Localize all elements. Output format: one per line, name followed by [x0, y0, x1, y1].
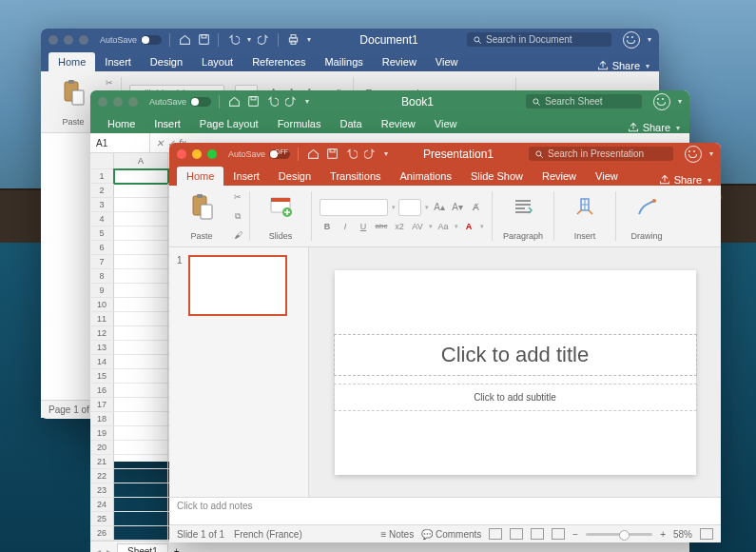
- tab-review[interactable]: Review: [372, 114, 425, 133]
- zoom-level[interactable]: 58%: [673, 529, 692, 540]
- share-button[interactable]: Share▾: [659, 174, 711, 186]
- zoom-out-button[interactable]: −: [572, 529, 578, 540]
- tab-page-layout[interactable]: Page Layout: [190, 114, 268, 133]
- clear-format-icon[interactable]: A̸: [468, 200, 483, 215]
- share-button[interactable]: Share▾: [597, 60, 649, 71]
- home-icon[interactable]: [178, 33, 191, 47]
- tab-view[interactable]: View: [426, 52, 468, 71]
- row-header[interactable]: 10: [90, 298, 114, 312]
- fit-window-icon[interactable]: [700, 528, 713, 540]
- cell[interactable]: [114, 355, 168, 369]
- normal-view-icon[interactable]: [489, 528, 502, 540]
- subtitle-placeholder[interactable]: Click to add subtitle: [334, 384, 697, 411]
- tab-view[interactable]: View: [425, 114, 467, 133]
- tab-home[interactable]: Home: [98, 114, 145, 133]
- feedback-icon[interactable]: [623, 31, 640, 49]
- cut-icon[interactable]: ✂: [102, 75, 117, 90]
- zoom-slider[interactable]: [586, 533, 652, 536]
- cell[interactable]: [114, 498, 168, 512]
- excel-titlebar[interactable]: AutoSave ▾ Book1 Search Sheet ▾: [90, 90, 689, 112]
- add-sheet-button[interactable]: +: [174, 546, 180, 553]
- cell[interactable]: [114, 198, 168, 212]
- share-button[interactable]: Share▾: [628, 122, 680, 133]
- format-painter-icon[interactable]: 🖌: [230, 227, 245, 243]
- insert-button[interactable]: [572, 191, 598, 222]
- comments-toggle[interactable]: 💬 Comments: [421, 529, 481, 540]
- change-case-icon[interactable]: Aa: [436, 219, 451, 234]
- tab-references[interactable]: References: [242, 52, 315, 71]
- title-placeholder[interactable]: Click to add title: [334, 334, 697, 376]
- cell[interactable]: [114, 326, 168, 341]
- cell[interactable]: [114, 312, 168, 326]
- autosave-toggle[interactable]: AutoSave: [100, 35, 162, 45]
- tab-design[interactable]: Design: [141, 52, 192, 71]
- sheet-tab[interactable]: Sheet1: [117, 543, 168, 552]
- name-box[interactable]: A1: [90, 133, 150, 152]
- undo-icon[interactable]: [226, 33, 240, 47]
- tab-mailings[interactable]: Mailings: [315, 52, 372, 71]
- redo-icon[interactable]: [363, 148, 377, 161]
- save-icon[interactable]: [246, 95, 260, 108]
- row-header[interactable]: 11: [90, 312, 114, 326]
- tab-review[interactable]: Review: [533, 167, 586, 186]
- font-color-icon[interactable]: A: [461, 219, 476, 234]
- row-header[interactable]: 17: [90, 398, 114, 412]
- cell[interactable]: [114, 212, 168, 227]
- notes-pane[interactable]: Click to add notes: [169, 497, 721, 524]
- paste-button[interactable]: [60, 77, 87, 108]
- grow-font-icon[interactable]: A▴: [432, 200, 447, 215]
- tab-animations[interactable]: Animations: [391, 167, 461, 186]
- cell[interactable]: [114, 298, 168, 312]
- cell[interactable]: [114, 469, 168, 483]
- reading-view-icon[interactable]: [531, 528, 544, 540]
- redo-icon[interactable]: [257, 33, 270, 47]
- tab-view[interactable]: View: [586, 167, 628, 186]
- char-spacing-icon[interactable]: AV: [410, 219, 425, 234]
- paragraph-button[interactable]: [510, 191, 536, 222]
- row-header[interactable]: 2: [90, 184, 114, 198]
- slideshow-view-icon[interactable]: [552, 528, 565, 540]
- tab-home[interactable]: Home: [177, 167, 223, 186]
- close-button[interactable]: [177, 149, 186, 159]
- select-all-corner[interactable]: [90, 153, 114, 169]
- row-header[interactable]: 23: [90, 483, 114, 498]
- home-icon[interactable]: [306, 148, 320, 161]
- row-header[interactable]: 21: [90, 455, 114, 469]
- zoom-button[interactable]: [128, 97, 138, 107]
- first-sheet-icon[interactable]: ◂: [96, 546, 101, 553]
- cell[interactable]: [114, 255, 168, 269]
- save-icon[interactable]: [197, 33, 210, 47]
- paste-button[interactable]: [188, 191, 215, 222]
- close-button[interactable]: [98, 97, 107, 107]
- cell[interactable]: [114, 384, 168, 398]
- row-header[interactable]: 5: [90, 227, 114, 241]
- row-header[interactable]: 7: [90, 255, 114, 269]
- cell[interactable]: [114, 169, 168, 184]
- minimize-button[interactable]: [64, 35, 73, 45]
- language-status[interactable]: French (France): [234, 529, 302, 540]
- undo-icon[interactable]: [265, 95, 279, 108]
- autosave-toggle[interactable]: AutoSave OFF: [228, 149, 290, 159]
- cell[interactable]: [114, 369, 168, 384]
- tab-layout[interactable]: Layout: [192, 52, 242, 71]
- cell[interactable]: [114, 455, 168, 469]
- tab-home[interactable]: Home: [48, 52, 95, 71]
- redo-icon[interactable]: [284, 95, 298, 108]
- strike-button[interactable]: abc: [374, 219, 389, 234]
- row-header[interactable]: 12: [90, 326, 114, 341]
- row-header[interactable]: 20: [90, 441, 114, 455]
- search-field[interactable]: Search Sheet: [526, 94, 642, 108]
- row-header[interactable]: 1: [90, 169, 114, 184]
- slide-canvas[interactable]: Click to add title Click to add subtitle: [309, 247, 721, 497]
- cell[interactable]: [114, 526, 168, 541]
- home-icon[interactable]: [227, 95, 241, 108]
- shadow-button[interactable]: x2: [392, 219, 407, 234]
- zoom-in-button[interactable]: +: [660, 529, 666, 540]
- search-field[interactable]: Search in Presentation: [529, 147, 673, 161]
- feedback-icon[interactable]: [685, 146, 702, 163]
- tab-transitions[interactable]: Transitions: [320, 167, 390, 186]
- row-header[interactable]: 14: [90, 355, 114, 369]
- minimize-button[interactable]: [192, 149, 202, 159]
- search-field[interactable]: Search in Document: [467, 32, 611, 47]
- cell[interactable]: [114, 284, 168, 298]
